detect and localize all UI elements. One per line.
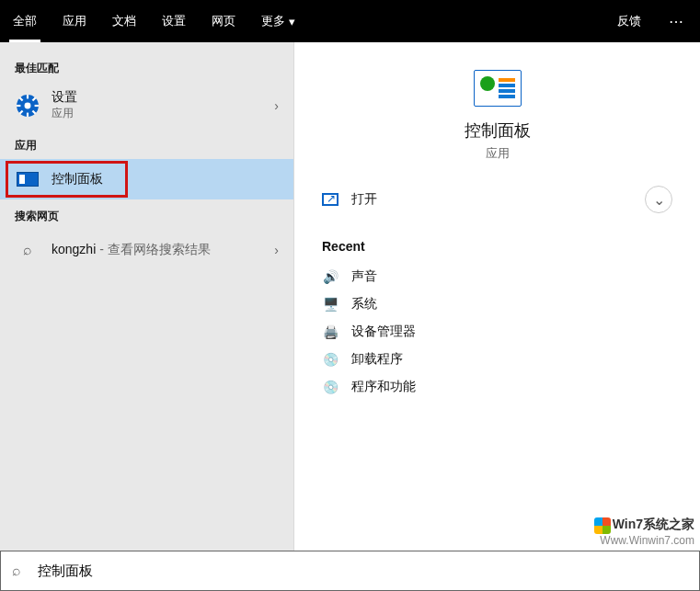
result-control-panel[interactable]: 控制面板: [0, 159, 293, 199]
search-input[interactable]: [30, 563, 688, 579]
search-icon: ⌕: [12, 563, 30, 579]
section-search-web: 搜索网页: [0, 199, 293, 230]
section-apps: 应用: [0, 129, 293, 159]
more-menu-button[interactable]: ⋯: [654, 0, 700, 42]
feedback-label: 反馈: [617, 13, 641, 29]
recent-device-manager[interactable]: 🖨️设备管理器: [322, 318, 672, 346]
tab-web[interactable]: 网页: [199, 0, 248, 42]
tab-apps[interactable]: 应用: [50, 0, 99, 42]
result-control-panel-title: 控制面板: [52, 171, 103, 188]
topbar-spacer: [308, 0, 604, 42]
tab-apps-label: 应用: [63, 13, 86, 29]
web-hint-text: - 查看网络搜索结果: [96, 242, 210, 256]
watermark-line1: Win7系统之家: [613, 517, 694, 531]
open-icon: [322, 193, 339, 206]
result-settings-title: 设置: [52, 89, 77, 106]
box-icon: 💿: [322, 379, 339, 395]
gear-icon: [15, 93, 40, 119]
tab-more-label: 更多: [261, 13, 285, 29]
recent-system-label: 系统: [351, 296, 377, 313]
recent-header: Recent: [322, 239, 672, 254]
device-icon: 🖨️: [322, 324, 339, 340]
watermark-line2: Www.Winwin7.com: [594, 534, 694, 547]
tab-all[interactable]: 全部: [0, 0, 50, 42]
expand-button[interactable]: ⌄: [645, 186, 672, 213]
open-label: 打开: [351, 191, 377, 208]
preview-title: 控制面板: [465, 119, 531, 142]
svg-point-1: [25, 102, 31, 108]
chevron-down-icon: ▾: [289, 15, 295, 28]
web-query-text: kongzhi: [52, 242, 96, 256]
recent-sound[interactable]: 🔊声音: [322, 263, 672, 290]
recent-sound-label: 声音: [351, 268, 377, 285]
recent-system[interactable]: 🖥️系统: [322, 290, 672, 318]
control-panel-large-icon: [474, 70, 522, 107]
tab-all-label: 全部: [13, 13, 37, 29]
tab-web-label: 网页: [212, 13, 235, 29]
feedback-button[interactable]: 反馈: [604, 0, 654, 42]
speaker-icon: 🔊: [322, 268, 339, 285]
tab-docs-label: 文档: [112, 13, 136, 29]
section-best-match: 最佳匹配: [0, 51, 293, 82]
result-settings-sub: 应用: [52, 106, 77, 121]
recent-progfeat-label: 程序和功能: [351, 379, 416, 395]
disc-icon: 💿: [322, 351, 339, 368]
tab-settings[interactable]: 设置: [149, 0, 199, 42]
recent-devmgr-label: 设备管理器: [351, 324, 416, 340]
chevron-down-icon: ⌄: [653, 191, 665, 209]
windows-logo-icon: [594, 517, 611, 534]
control-panel-icon: [15, 166, 40, 192]
chevron-right-icon: ›: [274, 243, 279, 257]
recent-uninstall[interactable]: 💿卸载程序: [322, 346, 672, 373]
open-action[interactable]: 打开: [322, 188, 377, 211]
watermark: Win7系统之家 Www.Winwin7.com: [594, 517, 694, 547]
search-icon: ⌕: [15, 237, 40, 263]
preview-panel: 控制面板 应用 打开 ⌄ Recent 🔊声音 🖥️系统 🖨️设备管理器 💿卸载…: [294, 42, 700, 551]
results-panel: 最佳匹配 设置 应用 › 应用 控制面板 搜索网页 ⌕ kongzhi -: [0, 42, 294, 551]
tab-docs[interactable]: 文档: [99, 0, 149, 42]
result-settings[interactable]: 设置 应用 ›: [0, 82, 293, 129]
tab-settings-label: 设置: [162, 13, 186, 29]
search-bar[interactable]: ⌕: [0, 551, 700, 591]
chevron-right-icon: ›: [274, 98, 279, 113]
result-web-search[interactable]: ⌕ kongzhi - 查看网络搜索结果 ›: [0, 230, 293, 270]
recent-uninstall-label: 卸载程序: [351, 351, 403, 368]
recent-programs-features[interactable]: 💿程序和功能: [322, 373, 672, 401]
preview-sub: 应用: [486, 145, 510, 162]
monitor-icon: 🖥️: [322, 296, 339, 313]
tab-more[interactable]: 更多▾: [248, 0, 308, 42]
